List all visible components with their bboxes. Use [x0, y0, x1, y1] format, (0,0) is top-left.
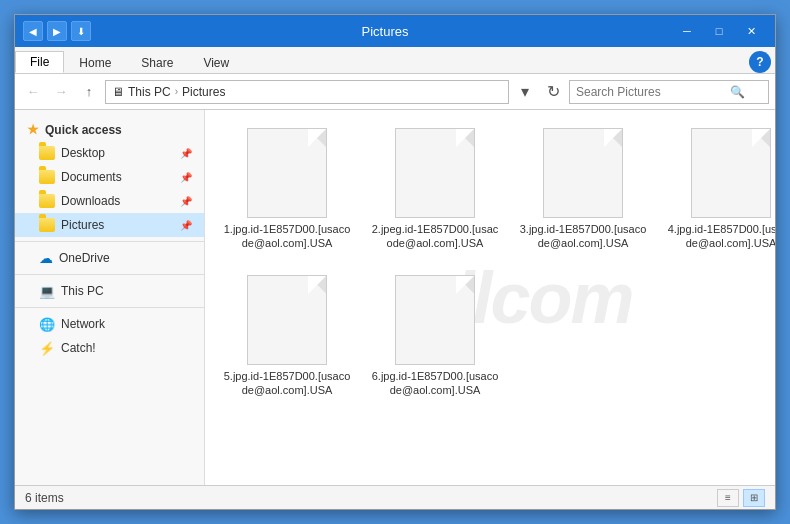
path-pictures[interactable]: Pictures [182, 85, 225, 99]
downloads-folder-icon [39, 194, 55, 208]
file-thumb-3 [543, 128, 623, 218]
desktop-label: Desktop [61, 146, 105, 160]
file-name-2: 2.jpeg.id-1E857D00.[usacode@aol.com].USA [370, 222, 500, 251]
path-this-pc[interactable]: This PC [128, 85, 171, 99]
tb-icon-3: ⬇ [71, 21, 91, 41]
search-input[interactable] [576, 85, 726, 99]
back-button[interactable]: ← [21, 80, 45, 104]
minimize-button[interactable]: ─ [671, 20, 703, 42]
file-item-1[interactable]: 1.jpg.id-1E857D00.[usacode@aol.com].USA [217, 122, 357, 257]
thispc-label: This PC [61, 284, 104, 298]
ribbon-tabs: File Home Share View ? [15, 47, 775, 73]
window-title: Pictures [99, 24, 671, 39]
sidebar-divider-3 [15, 307, 204, 308]
tab-view[interactable]: View [188, 51, 244, 73]
view-controls: ≡ ⊞ [717, 489, 765, 507]
sidebar-item-downloads[interactable]: Downloads 📌 [15, 189, 204, 213]
title-bar: ◀ ▶ ⬇ Pictures ─ □ ✕ [15, 15, 775, 47]
sidebar-divider-2 [15, 274, 204, 275]
onedrive-label: OneDrive [59, 251, 110, 265]
documents-folder-icon [39, 170, 55, 184]
documents-pin-icon: 📌 [180, 172, 192, 183]
pictures-label: Pictures [61, 218, 104, 232]
forward-button[interactable]: → [49, 80, 73, 104]
dropdown-button[interactable]: ▾ [513, 80, 537, 104]
help-button[interactable]: ? [749, 51, 771, 73]
tab-file[interactable]: File [15, 51, 64, 73]
refresh-button[interactable]: ↻ [541, 80, 565, 104]
sidebar-item-documents[interactable]: Documents 📌 [15, 165, 204, 189]
tab-home[interactable]: Home [64, 51, 126, 73]
network-icon: 🌐 [39, 317, 55, 332]
quick-access-header[interactable]: ★ Quick access [15, 118, 204, 141]
file-area: ilcom 1.jpg.id-1E857D00.[usacode@aol.com… [205, 110, 775, 485]
file-item-6[interactable]: 6.jpg.id-1E857D00.[usacode@aol.com].USA [365, 269, 505, 404]
file-name-3: 3.jpg.id-1E857D00.[usacode@aol.com].USA [518, 222, 648, 251]
ribbon: File Home Share View ? [15, 47, 775, 74]
desktop-folder-icon [39, 146, 55, 160]
sidebar-item-desktop[interactable]: Desktop 📌 [15, 141, 204, 165]
file-name-4: 4.jpg.id-1E857D00.[usacode@aol.com].USA [666, 222, 775, 251]
window-controls: ─ □ ✕ [671, 20, 767, 42]
catch-label: Catch! [61, 341, 96, 355]
tb-icon-2: ▶ [47, 21, 67, 41]
downloads-label: Downloads [61, 194, 120, 208]
file-thumb-4 [691, 128, 771, 218]
maximize-button[interactable]: □ [703, 20, 735, 42]
pictures-folder-icon [39, 218, 55, 232]
quick-access-label: Quick access [45, 123, 122, 137]
up-button[interactable]: ↑ [77, 80, 101, 104]
search-icon: 🔍 [730, 85, 745, 99]
sidebar-item-pictures[interactable]: Pictures 📌 [15, 213, 204, 237]
desktop-pin-icon: 📌 [180, 148, 192, 159]
sidebar-item-thispc[interactable]: 💻 This PC [15, 279, 204, 303]
tb-icon-1: ◀ [23, 21, 43, 41]
file-item-4[interactable]: 4.jpg.id-1E857D00.[usacode@aol.com].USA [661, 122, 775, 257]
address-bar: ← → ↑ 🖥 This PC › Pictures ▾ ↻ 🔍 [15, 74, 775, 110]
main-content: ★ Quick access Desktop 📌 Documents 📌 Dow… [15, 110, 775, 485]
network-label: Network [61, 317, 105, 331]
search-box[interactable]: 🔍 [569, 80, 769, 104]
downloads-pin-icon: 📌 [180, 196, 192, 207]
file-name-5: 5.jpg.id-1E857D00.[usacode@aol.com].USA [222, 369, 352, 398]
thispc-icon: 💻 [39, 284, 55, 299]
pictures-pin-icon: 📌 [180, 220, 192, 231]
sidebar-item-onedrive[interactable]: ☁ OneDrive [15, 246, 204, 270]
close-button[interactable]: ✕ [735, 20, 767, 42]
file-name-6: 6.jpg.id-1E857D00.[usacode@aol.com].USA [370, 369, 500, 398]
file-thumb-5 [247, 275, 327, 365]
grid-view-button[interactable]: ⊞ [743, 489, 765, 507]
file-thumb-2 [395, 128, 475, 218]
address-path[interactable]: 🖥 This PC › Pictures [105, 80, 509, 104]
explorer-window: ◀ ▶ ⬇ Pictures ─ □ ✕ File Home Share Vie… [14, 14, 776, 510]
file-item-2[interactable]: 2.jpeg.id-1E857D00.[usacode@aol.com].USA [365, 122, 505, 257]
sidebar-item-network[interactable]: 🌐 Network [15, 312, 204, 336]
files-grid: 1.jpg.id-1E857D00.[usacode@aol.com].USA … [217, 122, 763, 403]
path-chevron-1: › [175, 86, 178, 97]
file-name-1: 1.jpg.id-1E857D00.[usacode@aol.com].USA [222, 222, 352, 251]
tab-share[interactable]: Share [126, 51, 188, 73]
item-count: 6 items [25, 491, 64, 505]
status-bar: 6 items ≡ ⊞ [15, 485, 775, 509]
file-thumb-6 [395, 275, 475, 365]
sidebar-divider-1 [15, 241, 204, 242]
path-icon: 🖥 [112, 85, 124, 99]
file-item-3[interactable]: 3.jpg.id-1E857D00.[usacode@aol.com].USA [513, 122, 653, 257]
sidebar-item-catch[interactable]: ⚡ Catch! [15, 336, 204, 360]
file-item-5[interactable]: 5.jpg.id-1E857D00.[usacode@aol.com].USA [217, 269, 357, 404]
sidebar: ★ Quick access Desktop 📌 Documents 📌 Dow… [15, 110, 205, 485]
list-view-button[interactable]: ≡ [717, 489, 739, 507]
onedrive-icon: ☁ [39, 250, 53, 266]
star-icon: ★ [27, 122, 39, 137]
documents-label: Documents [61, 170, 122, 184]
catch-icon: ⚡ [39, 341, 55, 356]
file-thumb-1 [247, 128, 327, 218]
title-bar-icons: ◀ ▶ ⬇ [23, 21, 91, 41]
